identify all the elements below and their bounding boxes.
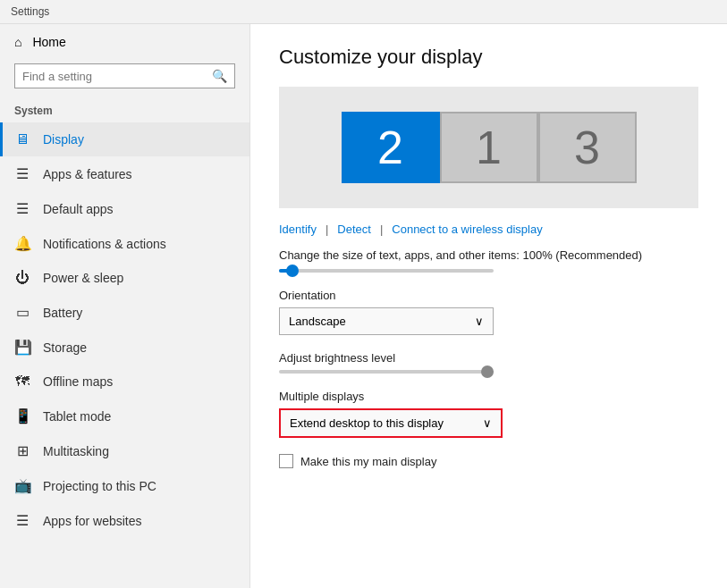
sidebar-apps-features-label: Apps & features xyxy=(43,167,132,181)
tablet-mode-icon: 📱 xyxy=(14,407,30,424)
sidebar-notifications-label: Notifications & actions xyxy=(43,237,166,251)
sidebar-apps-websites-label: Apps for websites xyxy=(43,514,142,528)
offline-maps-icon: 🗺 xyxy=(14,374,30,390)
title-bar: Settings xyxy=(0,0,727,24)
sidebar-item-apps-websites[interactable]: ☰ Apps for websites xyxy=(0,503,249,538)
sidebar-item-battery[interactable]: ▭ Battery xyxy=(0,295,249,330)
sidebar-power-sleep-label: Power & sleep xyxy=(43,271,123,285)
sidebar-offline-maps-label: Offline maps xyxy=(43,374,113,389)
apps-features-icon: ☰ xyxy=(14,165,30,182)
orientation-select[interactable]: Landscape ∨ xyxy=(279,307,494,335)
multitasking-icon: ⊞ xyxy=(14,442,30,459)
connect-wireless-link[interactable]: Connect to a wireless display xyxy=(392,223,542,236)
identify-link[interactable]: Identify xyxy=(279,223,317,236)
multiple-displays-value: Extend desktop to this display xyxy=(290,416,444,430)
search-box[interactable]: 🔍 xyxy=(14,63,235,88)
title-bar-label: Settings xyxy=(11,5,49,18)
battery-icon: ▭ xyxy=(14,304,30,321)
orientation-label: Orientation xyxy=(279,289,698,302)
home-icon: ⌂ xyxy=(14,35,21,49)
sidebar-item-power-sleep[interactable]: ⏻ Power & sleep xyxy=(0,261,249,295)
separator-2: | xyxy=(380,223,383,236)
sidebar-battery-label: Battery xyxy=(43,306,82,320)
search-icon: 🔍 xyxy=(212,69,227,83)
home-label: Home xyxy=(32,35,65,49)
sidebar-section-label: System xyxy=(0,99,249,122)
display-box-3[interactable]: 3 xyxy=(538,112,637,183)
sidebar-item-apps-features[interactable]: ☰ Apps & features xyxy=(0,156,249,191)
sidebar: ⌂ Home 🔍 System 🖥 Display ☰ Apps & featu… xyxy=(0,24,250,588)
page-title: Customize your display xyxy=(279,46,698,69)
sidebar-item-home[interactable]: ⌂ Home xyxy=(0,24,249,60)
orientation-chevron: ∨ xyxy=(475,315,484,328)
brightness-slider[interactable] xyxy=(279,370,494,374)
display-box-2[interactable]: 2 xyxy=(342,112,440,183)
apps-websites-icon: ☰ xyxy=(14,512,30,529)
sidebar-item-display[interactable]: 🖥 Display xyxy=(0,122,249,156)
main-display-label: Make this my main display xyxy=(300,455,436,468)
separator-1: | xyxy=(325,223,328,236)
sidebar-item-notifications[interactable]: 🔔 Notifications & actions xyxy=(0,226,249,261)
power-sleep-icon: ⏻ xyxy=(14,270,30,286)
sidebar-item-storage[interactable]: 💾 Storage xyxy=(0,330,249,365)
display-icon: 🖥 xyxy=(14,131,30,147)
sidebar-multitasking-label: Multitasking xyxy=(43,444,109,458)
multiple-displays-chevron: ∨ xyxy=(483,416,492,430)
orientation-value: Landscape xyxy=(289,315,346,328)
multiple-displays-select[interactable]: Extend desktop to this display ∨ xyxy=(279,408,503,438)
brightness-label: Adjust brightness level xyxy=(279,351,698,365)
detect-link[interactable]: Detect xyxy=(337,223,371,236)
sidebar-item-offline-maps[interactable]: 🗺 Offline maps xyxy=(0,365,249,399)
sidebar-item-default-apps[interactable]: ☰ Default apps xyxy=(0,191,249,226)
main-display-checkbox[interactable] xyxy=(279,454,293,468)
sidebar-storage-label: Storage xyxy=(43,340,87,355)
scale-slider[interactable] xyxy=(279,269,698,273)
sidebar-projecting-label: Projecting to this PC xyxy=(43,479,156,493)
display-box-1[interactable]: 1 xyxy=(440,112,538,183)
multiple-displays-label: Multiple displays xyxy=(279,390,698,403)
projecting-icon: 📺 xyxy=(14,477,30,494)
sidebar-display-label: Display xyxy=(43,132,84,147)
main-display-row[interactable]: Make this my main display xyxy=(279,454,698,468)
default-apps-icon: ☰ xyxy=(14,200,30,217)
content-area: Customize your display 2 1 3 Identify | … xyxy=(250,24,727,588)
scale-label: Change the size of text, apps, and other… xyxy=(279,248,698,262)
sidebar-item-projecting[interactable]: 📺 Projecting to this PC xyxy=(0,468,249,503)
display-selector: 2 1 3 xyxy=(279,87,698,208)
sidebar-item-multitasking[interactable]: ⊞ Multitasking xyxy=(0,433,249,468)
notifications-icon: 🔔 xyxy=(14,235,30,252)
display-actions: Identify | Detect | Connect to a wireles… xyxy=(279,223,698,236)
search-input[interactable] xyxy=(22,70,212,83)
sidebar-tablet-mode-label: Tablet mode xyxy=(43,409,111,424)
sidebar-item-tablet-mode[interactable]: 📱 Tablet mode xyxy=(0,399,249,433)
storage-icon: 💾 xyxy=(14,339,30,356)
sidebar-default-apps-label: Default apps xyxy=(43,202,114,216)
